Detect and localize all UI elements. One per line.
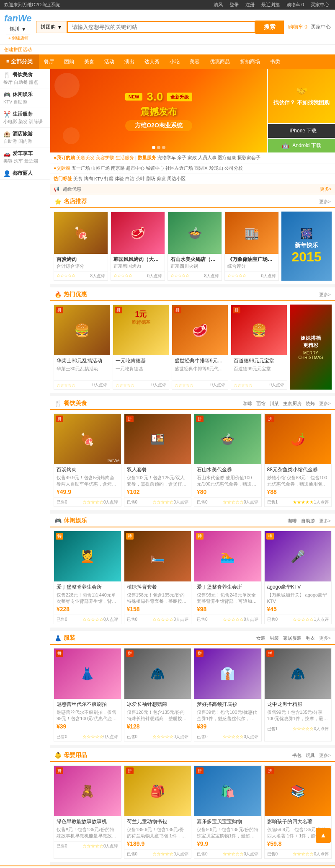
fashion-tab-2[interactable]: 家居服装 [283, 635, 302, 641]
leisure-product-3[interactable]: 特 🎤 agogo豪华KTV 【万象城加开关】 agogo豪华KTV ¥45 已… [264, 531, 332, 624]
fashion-product-3[interactable]: 拼 🧥 龙中龙男士精服 仅售99元！包含135元/分享100元优惠券1件，按摩，… [264, 648, 332, 741]
nav-item-3[interactable]: 活动 [99, 55, 119, 69]
kids-tab-1[interactable]: 玩具 [306, 752, 315, 759]
hot-deals-more[interactable]: 更多> [319, 292, 331, 298]
android-download-button[interactable]: 🤖 Android 下载 [268, 139, 335, 152]
fashion-product-1[interactable]: 拼 🧥 冰爱长袖针想赠商 仅售126元！包含135元/份的特殊长袖针想赠商，整腿… [124, 648, 192, 741]
loc-9[interactable]: 公司分校 [224, 165, 243, 171]
ios-download-button[interactable]: iPhone 下载 [268, 124, 335, 138]
search-input[interactable] [67, 21, 255, 33]
food-section-more[interactable]: 更多> [319, 400, 331, 407]
tag-tea[interactable]: 茶叶 [136, 176, 145, 182]
nav-item-8[interactable]: 优惠商品 [205, 55, 235, 69]
food-product-0[interactable]: 拼 🍖 fanWe 百炭烤肉 仅售49.9元！包含5份烤肉套餐两人自助车年优惠，… [54, 413, 121, 507]
leisure-tab-1[interactable]: 自助游 [301, 518, 315, 524]
nav-item-9[interactable]: 折扣商场 [235, 55, 265, 69]
loc-2[interactable]: 巾帼广场 [91, 165, 110, 171]
loc-5[interactable]: 城镇中心 [146, 165, 164, 171]
kids-product-2[interactable]: 拼 🛍️ 嘉乐多宝贝宝宝购物 仅售9.9元！包含135元/份的特殊宝贝宝宝购物1… [194, 765, 262, 859]
deal-card-0[interactable]: 拼 🍔 华莱士30元乱搞活动华莱士30元乱搞活动 ☆☆☆☆☆0人点评 [54, 305, 110, 390]
leisure-product-1[interactable]: 特 🛏️ 植绿抖背套餐 仅售158元！包含135元/份的特殊植绿抖背套餐，整腿按… [124, 531, 192, 624]
food-tab-0[interactable]: 咖啡 [243, 400, 252, 407]
topbar-link-qingfeng[interactable]: 清风 [214, 2, 223, 8]
hot-link-life[interactable]: 生活服务 [116, 155, 134, 161]
tag-ktv[interactable]: KTV [94, 176, 103, 181]
hot-link-skincare[interactable]: 美容护肤 [96, 155, 114, 161]
famous-stores-more[interactable]: 更多> [319, 199, 331, 205]
kids-product-0[interactable]: 拼 🧸 绿色早教能故事故事机 仅售!!元！包含135元/份的特殊故事机早教机能量… [54, 765, 121, 859]
kids-product-1[interactable]: 拼 🎒 荷兰儿童动物书包 仅售189.9元！包含135元/份的荷兰动物儿童书包 … [124, 765, 192, 859]
fashion-section-more[interactable]: 更多> [319, 635, 331, 641]
deal-card-2[interactable]: 拼 🥩 盛世经典牛排等9元代...盛世经典牛排等9元代... ☆☆☆☆☆0人点评 [172, 305, 228, 390]
back-to-top-button[interactable]: ▲ [316, 828, 331, 843]
topbar-link-recent[interactable]: 最近浏览 [261, 2, 280, 8]
food-tab-3[interactable]: 主食厨房 [283, 400, 302, 407]
topbar-link-cart[interactable]: 购物车 0 [286, 2, 304, 8]
fashion-product-0[interactable]: 拼 👗 魅惑蕾丝代尔不痕刷拍 魅惑蕾丝代尔不痕刷拍，仅售99元！包含100元/优… [54, 648, 121, 741]
nav-item-5[interactable]: 达人秀 [139, 55, 165, 69]
sidebar-item-beauty[interactable]: 👤都市丽人 [0, 167, 50, 180]
city-selector[interactable]: 锡川 ▼ [6, 24, 30, 34]
search-category-selector[interactable]: 拼团购 ▼ [36, 21, 67, 33]
tag-bj[interactable]: 白洁 [125, 176, 134, 182]
topbar-link-user[interactable]: 买家中心 [311, 2, 329, 8]
store-card-3[interactable]: 🏬 《万象储油宝广场》app...综合评分 ☆☆☆☆☆0人点评 [224, 212, 279, 281]
hot-link-hr[interactable]: 人员人事 [198, 155, 216, 161]
banner-main[interactable]: NEW 3.0 全新升级 震撼发布 方维O2O商业系统 [50, 69, 267, 152]
fashion-product-2[interactable]: 拼 👔 梦好搭高领打底衫 仅售39元！包含100元/优惠代金券1件，魅惑蕾丝代尔… [194, 648, 262, 741]
hot-link-photo[interactable]: 摄影家套子 [237, 155, 260, 161]
kids-section-more[interactable]: 更多> [319, 752, 331, 759]
topbar-link-register[interactable]: 注册 [245, 2, 255, 8]
banner-partner[interactable]: 🤝 找伙伴？ 不如找我团购 [268, 69, 335, 123]
food-tab-2[interactable]: 川菜 [270, 400, 279, 407]
leisure-tab-0[interactable]: 咖啡 [288, 518, 297, 524]
hot-link-beauty[interactable]: 美容美发 [76, 155, 95, 161]
cart-link[interactable]: 购物车 0 [288, 23, 307, 31]
nav-item-7[interactable]: 美容 [185, 55, 205, 69]
nav-item-0[interactable]: 餐厅 [39, 55, 59, 69]
store-card-1[interactable]: 🥩 韩国风风烤肉（大道正式大酒店）正宗韩国烤肉 ☆☆☆☆☆0人点评 [111, 212, 165, 281]
food-tab-4[interactable]: 烧烤 [306, 400, 315, 407]
sidebar-item-food[interactable]: 🍴餐饮美食 餐厅 自助餐 甜点 [0, 69, 50, 88]
hot-link-medical[interactable]: 医疗健康 [218, 155, 236, 161]
tag-grind[interactable]: 打磨 [104, 176, 113, 182]
hot-link-pet[interactable]: 宠物学车 [157, 155, 176, 161]
sidebar-item-life[interactable]: ✂️生活服务 小电影 染发 训练课 [0, 108, 50, 128]
add-shop-link[interactable]: ＋创建店铺 [8, 35, 28, 41]
tag-haircut[interactable]: 剪发 [157, 176, 166, 182]
topbar-link-login[interactable]: 登录 [229, 2, 239, 8]
loc-8[interactable]: 玲珑山 [209, 165, 223, 171]
sidebar-item-hotel[interactable]: 🏨酒店旅游 自助游 国内游 [0, 128, 50, 147]
food-tab-1[interactable]: 面馆 [256, 400, 265, 407]
food-product-1[interactable]: 拼 🍱 双人套餐 仅售102元！包含125元/双人套餐，需提前预约，含煲仔、双人… [124, 413, 192, 507]
tag-bbq[interactable]: 烤肉 [84, 176, 93, 182]
loc-1[interactable]: 五一广场 [72, 165, 90, 171]
search-button[interactable]: 搜索 [255, 21, 284, 34]
tag-stage[interactable]: 剧场 [146, 176, 155, 182]
tag-exp[interactable]: 体验 [115, 176, 124, 182]
notice-more[interactable]: 更多> [320, 186, 332, 192]
hot-link-kids[interactable]: 亲子 [177, 155, 186, 161]
fashion-tab-3[interactable]: 毛衣 [306, 635, 315, 641]
nav-item-4[interactable]: 演出 [119, 55, 139, 69]
loc-7[interactable]: 西湖区 [194, 165, 208, 171]
nav-item-1[interactable]: 团购 [59, 55, 79, 69]
logo[interactable]: fanWe [4, 13, 32, 24]
nav-item-6[interactable]: 小吃 [165, 55, 185, 69]
tag-food[interactable]: 美食 [73, 176, 82, 182]
kids-product-3[interactable]: 拼 📚 影响孩子的四大名著 仅售59.8元！包含135元/份的四大名著 1件 +… [264, 765, 332, 859]
store-card-0[interactable]: 🍖 百炭烤肉合计综合评分 ☆☆☆☆☆8人点评 [54, 212, 108, 281]
leisure-product-0[interactable]: 特 💆 爱丁堡整脊养生会所 仅售228元！包含1次440元单次整脊专业背部养生馆… [54, 531, 121, 624]
nav-all-categories[interactable]: ≡ 全部分类 [0, 54, 39, 69]
user-center-link[interactable]: 买家中心 [311, 23, 331, 31]
sidebar-item-leisure[interactable]: 🎮休闲娱乐 KTV 自助游 [0, 88, 50, 108]
loc-6[interactable]: 社区左近广场 [165, 165, 193, 171]
sidebar-item-car[interactable]: 🚗爱车享车 美容 洗车 最近端 [0, 147, 50, 167]
nav-item-10[interactable]: 书类 [265, 55, 285, 69]
loc-4[interactable]: 超市中心 [126, 165, 144, 171]
food-product-2[interactable]: 拼 🍲 石山水美代金券 石山水代金券 使用价值100元/100元优惠代金券，赠送… [194, 413, 262, 507]
fashion-tab-0[interactable]: 女装 [256, 635, 265, 641]
deal-card-3[interactable]: 拼 🍔 百道德99元元宝堂百道德99元元宝堂 ☆☆☆☆☆0人点评 [231, 305, 287, 390]
deal-card-1[interactable]: 拼 1元 吃肯德基 一元吃肯德基一元吃肯德基 ☆☆☆☆☆0人点评 [113, 305, 169, 390]
sub-nav-create[interactable]: 创建拼团活动 [4, 46, 32, 53]
